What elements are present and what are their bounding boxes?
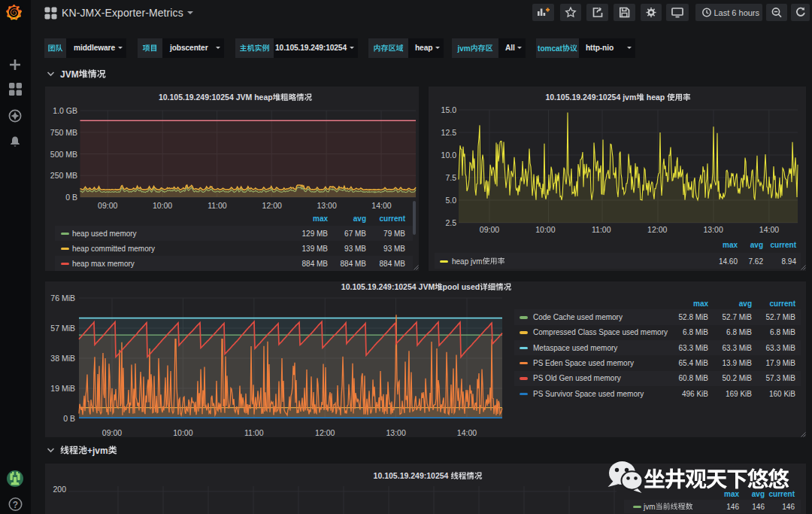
- svg-text:?: ?: [13, 500, 18, 510]
- svg-text:+jvm: +jvm: [87, 446, 108, 456]
- svg-text:Last 6 hours: Last 6 hours: [714, 8, 760, 17]
- svg-text:JVM: JVM: [60, 69, 79, 80]
